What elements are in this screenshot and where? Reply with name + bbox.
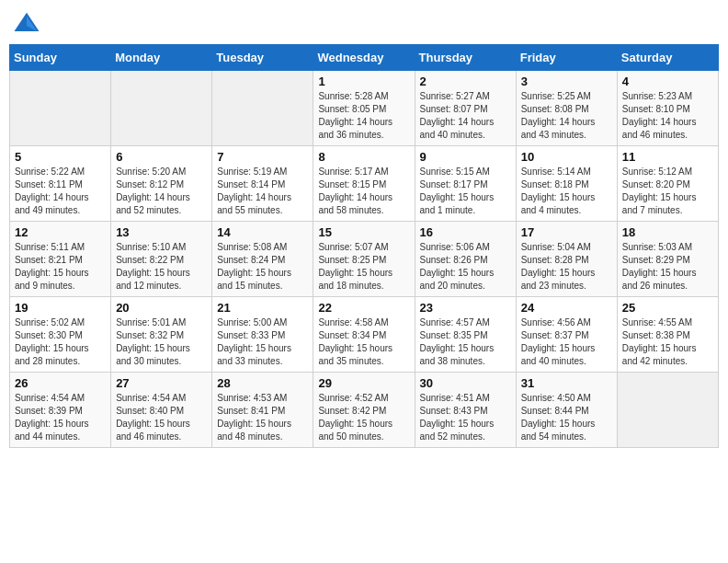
day-number: 25 bbox=[622, 301, 713, 315]
calendar-cell: 12Sunrise: 5:11 AM Sunset: 8:21 PM Dayli… bbox=[10, 222, 111, 297]
day-info: Sunrise: 4:51 AM Sunset: 8:43 PM Dayligh… bbox=[420, 392, 511, 443]
day-number: 2 bbox=[420, 75, 511, 88]
day-info: Sunrise: 5:07 AM Sunset: 8:25 PM Dayligh… bbox=[318, 241, 409, 293]
day-number: 1 bbox=[318, 75, 409, 88]
day-info: Sunrise: 5:10 AM Sunset: 8:22 PM Dayligh… bbox=[116, 241, 207, 293]
day-info: Sunrise: 5:04 AM Sunset: 8:28 PM Dayligh… bbox=[521, 241, 612, 293]
day-number: 22 bbox=[318, 301, 409, 315]
logo bbox=[13, 9, 44, 37]
calendar-cell: 7Sunrise: 5:19 AM Sunset: 8:14 PM Daylig… bbox=[212, 146, 313, 222]
day-info: Sunrise: 5:15 AM Sunset: 8:17 PM Dayligh… bbox=[420, 166, 511, 217]
day-info: Sunrise: 5:27 AM Sunset: 8:07 PM Dayligh… bbox=[420, 90, 511, 142]
calendar-cell: 13Sunrise: 5:10 AM Sunset: 8:22 PM Dayli… bbox=[111, 222, 212, 297]
calendar-cell: 1Sunrise: 5:28 AM Sunset: 8:05 PM Daylig… bbox=[313, 71, 415, 146]
calendar-cell bbox=[10, 71, 111, 146]
day-info: Sunrise: 5:28 AM Sunset: 8:05 PM Dayligh… bbox=[318, 90, 409, 142]
calendar-cell: 23Sunrise: 4:57 AM Sunset: 8:35 PM Dayli… bbox=[415, 297, 516, 373]
page-header bbox=[9, 9, 719, 37]
weekday-header-row: SundayMondayTuesdayWednesdayThursdayFrid… bbox=[10, 45, 719, 71]
weekday-wednesday: Wednesday bbox=[313, 45, 415, 71]
calendar-cell: 26Sunrise: 4:54 AM Sunset: 8:39 PM Dayli… bbox=[10, 373, 111, 448]
calendar-cell: 30Sunrise: 4:51 AM Sunset: 8:43 PM Dayli… bbox=[415, 373, 516, 448]
day-number: 3 bbox=[521, 75, 612, 88]
calendar-cell: 18Sunrise: 5:03 AM Sunset: 8:29 PM Dayli… bbox=[617, 222, 718, 297]
weekday-monday: Monday bbox=[111, 45, 212, 71]
calendar-week-1: 1Sunrise: 5:28 AM Sunset: 8:05 PM Daylig… bbox=[10, 71, 719, 146]
day-number: 16 bbox=[420, 225, 511, 239]
day-info: Sunrise: 5:17 AM Sunset: 8:15 PM Dayligh… bbox=[318, 166, 409, 217]
calendar-cell: 29Sunrise: 4:52 AM Sunset: 8:42 PM Dayli… bbox=[313, 373, 415, 448]
day-number: 19 bbox=[15, 301, 106, 315]
day-info: Sunrise: 4:54 AM Sunset: 8:39 PM Dayligh… bbox=[15, 392, 106, 443]
day-info: Sunrise: 4:53 AM Sunset: 8:41 PM Dayligh… bbox=[217, 392, 308, 443]
day-info: Sunrise: 4:54 AM Sunset: 8:40 PM Dayligh… bbox=[116, 392, 207, 443]
day-number: 13 bbox=[116, 225, 207, 239]
day-number: 14 bbox=[217, 225, 308, 239]
day-number: 26 bbox=[15, 376, 106, 390]
weekday-friday: Friday bbox=[516, 45, 617, 71]
day-number: 20 bbox=[116, 301, 207, 315]
calendar-cell: 8Sunrise: 5:17 AM Sunset: 8:15 PM Daylig… bbox=[313, 146, 415, 222]
calendar-cell: 11Sunrise: 5:12 AM Sunset: 8:20 PM Dayli… bbox=[617, 146, 718, 222]
calendar-cell: 17Sunrise: 5:04 AM Sunset: 8:28 PM Dayli… bbox=[516, 222, 617, 297]
day-info: Sunrise: 5:02 AM Sunset: 8:30 PM Dayligh… bbox=[15, 316, 106, 368]
day-info: Sunrise: 4:57 AM Sunset: 8:35 PM Dayligh… bbox=[420, 316, 511, 368]
day-info: Sunrise: 5:00 AM Sunset: 8:33 PM Dayligh… bbox=[217, 316, 308, 368]
day-info: Sunrise: 5:11 AM Sunset: 8:21 PM Dayligh… bbox=[15, 241, 106, 293]
day-number: 4 bbox=[622, 75, 713, 88]
day-number: 23 bbox=[420, 301, 511, 315]
weekday-saturday: Saturday bbox=[617, 45, 718, 71]
day-number: 6 bbox=[116, 150, 207, 164]
calendar-body: 1Sunrise: 5:28 AM Sunset: 8:05 PM Daylig… bbox=[10, 71, 719, 448]
calendar-cell: 21Sunrise: 5:00 AM Sunset: 8:33 PM Dayli… bbox=[212, 297, 313, 373]
day-number: 24 bbox=[521, 301, 612, 315]
day-number: 9 bbox=[420, 150, 511, 164]
day-info: Sunrise: 5:22 AM Sunset: 8:11 PM Dayligh… bbox=[15, 166, 106, 217]
day-info: Sunrise: 5:23 AM Sunset: 8:10 PM Dayligh… bbox=[622, 90, 713, 142]
calendar-cell: 4Sunrise: 5:23 AM Sunset: 8:10 PM Daylig… bbox=[617, 71, 718, 146]
calendar-week-3: 12Sunrise: 5:11 AM Sunset: 8:21 PM Dayli… bbox=[10, 222, 719, 297]
day-info: Sunrise: 5:19 AM Sunset: 8:14 PM Dayligh… bbox=[217, 166, 308, 217]
day-info: Sunrise: 4:56 AM Sunset: 8:37 PM Dayligh… bbox=[521, 316, 612, 368]
weekday-thursday: Thursday bbox=[415, 45, 516, 71]
day-info: Sunrise: 4:50 AM Sunset: 8:44 PM Dayligh… bbox=[521, 392, 612, 443]
calendar-cell: 15Sunrise: 5:07 AM Sunset: 8:25 PM Dayli… bbox=[313, 222, 415, 297]
day-info: Sunrise: 4:52 AM Sunset: 8:42 PM Dayligh… bbox=[318, 392, 409, 443]
day-number: 7 bbox=[217, 150, 308, 164]
calendar-cell: 28Sunrise: 4:53 AM Sunset: 8:41 PM Dayli… bbox=[212, 373, 313, 448]
day-info: Sunrise: 4:58 AM Sunset: 8:34 PM Dayligh… bbox=[318, 316, 409, 368]
day-number: 17 bbox=[521, 225, 612, 239]
calendar-cell: 3Sunrise: 5:25 AM Sunset: 8:08 PM Daylig… bbox=[516, 71, 617, 146]
day-number: 11 bbox=[622, 150, 713, 164]
calendar-cell: 31Sunrise: 4:50 AM Sunset: 8:44 PM Dayli… bbox=[516, 373, 617, 448]
calendar-cell: 22Sunrise: 4:58 AM Sunset: 8:34 PM Dayli… bbox=[313, 297, 415, 373]
calendar-cell: 27Sunrise: 4:54 AM Sunset: 8:40 PM Dayli… bbox=[111, 373, 212, 448]
day-info: Sunrise: 4:55 AM Sunset: 8:38 PM Dayligh… bbox=[622, 316, 713, 368]
day-info: Sunrise: 5:14 AM Sunset: 8:18 PM Dayligh… bbox=[521, 166, 612, 217]
day-number: 10 bbox=[521, 150, 612, 164]
day-number: 12 bbox=[15, 225, 106, 239]
day-number: 28 bbox=[217, 376, 308, 390]
day-number: 27 bbox=[116, 376, 207, 390]
calendar-cell bbox=[111, 71, 212, 146]
calendar-cell bbox=[617, 373, 718, 448]
calendar-cell: 2Sunrise: 5:27 AM Sunset: 8:07 PM Daylig… bbox=[415, 71, 516, 146]
day-number: 15 bbox=[318, 225, 409, 239]
calendar-week-2: 5Sunrise: 5:22 AM Sunset: 8:11 PM Daylig… bbox=[10, 146, 719, 222]
day-number: 21 bbox=[217, 301, 308, 315]
day-info: Sunrise: 5:06 AM Sunset: 8:26 PM Dayligh… bbox=[420, 241, 511, 293]
calendar-cell: 9Sunrise: 5:15 AM Sunset: 8:17 PM Daylig… bbox=[415, 146, 516, 222]
day-info: Sunrise: 5:20 AM Sunset: 8:12 PM Dayligh… bbox=[116, 166, 207, 217]
day-info: Sunrise: 5:08 AM Sunset: 8:24 PM Dayligh… bbox=[217, 241, 308, 293]
calendar-cell: 25Sunrise: 4:55 AM Sunset: 8:38 PM Dayli… bbox=[617, 297, 718, 373]
calendar-cell bbox=[212, 71, 313, 146]
calendar-table: SundayMondayTuesdayWednesdayThursdayFrid… bbox=[9, 44, 719, 448]
calendar-header: SundayMondayTuesdayWednesdayThursdayFrid… bbox=[10, 45, 719, 71]
day-number: 31 bbox=[521, 376, 612, 390]
calendar-cell: 20Sunrise: 5:01 AM Sunset: 8:32 PM Dayli… bbox=[111, 297, 212, 373]
day-number: 30 bbox=[420, 376, 511, 390]
day-number: 18 bbox=[622, 225, 713, 239]
calendar-cell: 24Sunrise: 4:56 AM Sunset: 8:37 PM Dayli… bbox=[516, 297, 617, 373]
calendar-week-4: 19Sunrise: 5:02 AM Sunset: 8:30 PM Dayli… bbox=[10, 297, 719, 373]
day-info: Sunrise: 5:03 AM Sunset: 8:29 PM Dayligh… bbox=[622, 241, 713, 293]
